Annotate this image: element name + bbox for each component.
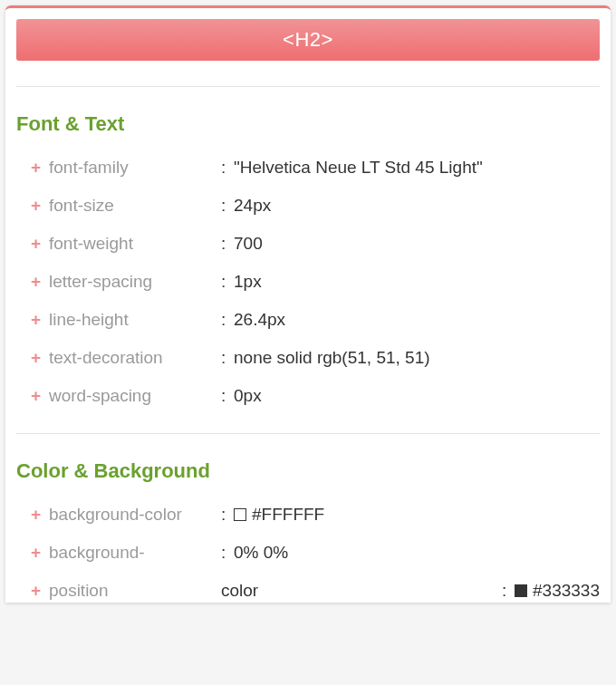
prop-name: line-height — [49, 308, 221, 332]
expand-icon[interactable]: + — [31, 194, 49, 217]
colon: : — [221, 156, 234, 179]
prop-value: none solid rgb(51, 51, 51) — [234, 346, 600, 370]
prop-value: 700 — [234, 232, 600, 256]
expand-icon[interactable]: + — [31, 541, 49, 564]
prop-row[interactable]: + letter-spacing : 1px — [31, 270, 600, 294]
prop-list-font-text: + font-family : "Helvetica Neue LT Std 4… — [16, 156, 600, 408]
prop-list-color-bg: + background-color : #FFFFFF + backgroun… — [16, 503, 600, 603]
colon: : — [221, 346, 234, 370]
prop-value: 0% 0% — [234, 541, 600, 564]
prop-value: #333333 — [515, 579, 600, 603]
prop-row[interactable]: + position color : #333333 — [31, 579, 600, 603]
prop-name: font-weight — [49, 232, 221, 256]
element-tag-header: <H2> — [16, 19, 600, 61]
colon: : — [221, 541, 234, 564]
prop-name: position — [49, 579, 221, 603]
css-inspector-panel: <H2> Font & Text + font-family : "Helvet… — [5, 5, 611, 603]
prop-row[interactable]: + background- : 0% 0% — [31, 541, 600, 564]
prop-row[interactable]: + font-size : 24px — [31, 194, 600, 217]
color-swatch-icon — [234, 508, 246, 521]
expand-icon[interactable]: + — [31, 270, 49, 294]
colon: : — [221, 232, 234, 256]
prop-value: 24px — [234, 194, 600, 217]
colon: : — [502, 579, 515, 603]
prop-value: 1px — [234, 270, 600, 294]
section-font-text: Font & Text + font-family : "Helvetica N… — [16, 87, 600, 408]
overflow-color-label: color — [221, 579, 502, 603]
section-color-background: Color & Background + background-color : … — [16, 434, 600, 603]
expand-icon[interactable]: + — [31, 384, 49, 408]
section-title-font-text: Font & Text — [16, 112, 600, 136]
expand-icon[interactable]: + — [31, 346, 49, 370]
color-value: #333333 — [533, 581, 600, 600]
prop-value: #FFFFFF — [234, 503, 600, 526]
expand-icon[interactable]: + — [31, 156, 49, 179]
expand-icon[interactable]: + — [31, 579, 49, 603]
prop-value: "Helvetica Neue LT Std 45 Light" — [234, 156, 600, 179]
colon: : — [221, 384, 234, 408]
prop-name: text-decoration — [49, 346, 221, 370]
expand-icon[interactable]: + — [31, 232, 49, 256]
prop-value: 26.4px — [234, 308, 600, 332]
color-value: #FFFFFF — [252, 505, 324, 524]
prop-row[interactable]: + word-spacing : 0px — [31, 384, 600, 408]
prop-row[interactable]: + font-weight : 700 — [31, 232, 600, 256]
colon: : — [221, 194, 234, 217]
section-title-color-bg: Color & Background — [16, 459, 600, 483]
prop-name: background-color — [49, 503, 221, 526]
color-swatch-icon — [515, 584, 527, 597]
prop-row[interactable]: + font-family : "Helvetica Neue LT Std 4… — [31, 156, 600, 179]
prop-name: word-spacing — [49, 384, 221, 408]
colon: : — [221, 270, 234, 294]
colon: : — [221, 503, 234, 526]
prop-name: font-size — [49, 194, 221, 217]
prop-row[interactable]: + line-height : 26.4px — [31, 308, 600, 332]
prop-name: letter-spacing — [49, 270, 221, 294]
prop-row[interactable]: + text-decoration : none solid rgb(51, 5… — [31, 346, 600, 370]
expand-icon[interactable]: + — [31, 503, 49, 526]
prop-value: 0px — [234, 384, 600, 408]
prop-name: background- — [49, 541, 221, 564]
prop-row[interactable]: + background-color : #FFFFFF — [31, 503, 600, 526]
colon: : — [221, 308, 234, 332]
prop-name: font-family — [49, 156, 221, 179]
expand-icon[interactable]: + — [31, 308, 49, 332]
element-tag-label: <H2> — [283, 28, 333, 51]
